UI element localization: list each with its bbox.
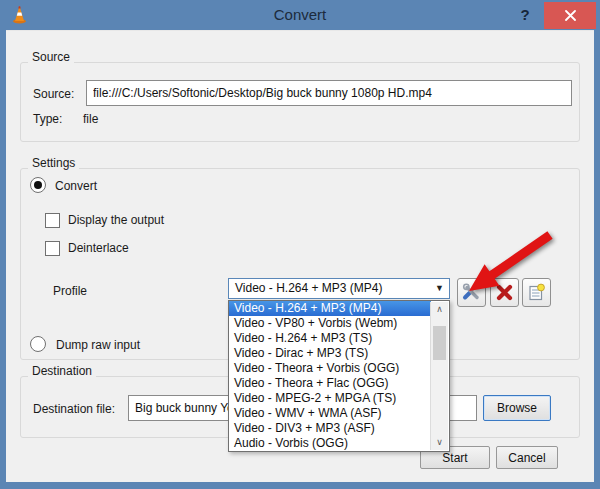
window-title: Convert	[0, 6, 600, 23]
convert-dialog-window: Convert ? Source Source: Type: file Sett…	[0, 0, 600, 489]
source-field-label: Source:	[33, 87, 74, 101]
wrench-screwdriver-icon	[462, 283, 481, 302]
profile-combobox[interactable]: Video - H.264 + MP3 (MP4) ▼	[228, 278, 450, 299]
titlebar[interactable]: Convert ?	[0, 0, 600, 30]
scrollbar-thumb[interactable]	[433, 326, 446, 360]
settings-group-label: Settings	[28, 156, 79, 170]
convert-radio[interactable]	[30, 177, 46, 193]
profile-combobox-value: Video - H.264 + MP3 (MP4)	[235, 279, 383, 298]
scroll-down-icon[interactable]: ∨	[431, 435, 448, 450]
convert-radio-label: Convert	[55, 179, 97, 193]
source-group-label: Source	[28, 50, 74, 64]
type-value: file	[83, 112, 98, 126]
chevron-down-icon: ▼	[435, 279, 444, 298]
profile-label: Profile	[53, 284, 87, 298]
cancel-button[interactable]: Cancel	[496, 446, 558, 469]
delete-profile-button[interactable]	[490, 278, 519, 307]
display-output-checkbox[interactable]	[45, 213, 60, 228]
profile-dropdown-list: Video - H.264 + MP3 (MP4) Video - VP80 +…	[228, 300, 450, 452]
source-input[interactable]	[86, 80, 572, 106]
profile-option[interactable]: Video - MPEG-2 + MPGA (TS)	[229, 391, 431, 406]
destination-field-label: Destination file:	[33, 402, 115, 416]
dump-raw-radio[interactable]	[30, 336, 46, 352]
profile-option[interactable]: Audio - Vorbis (OGG)	[229, 436, 431, 451]
new-profile-button[interactable]	[522, 278, 551, 307]
edit-profile-button[interactable]	[457, 278, 486, 307]
close-icon	[565, 10, 576, 21]
profile-option[interactable]: Video - DIV3 + MP3 (ASF)	[229, 421, 431, 436]
deinterlace-label: Deinterlace	[68, 241, 129, 255]
type-label: Type:	[33, 112, 62, 126]
deinterlace-checkbox[interactable]	[45, 241, 60, 256]
profile-option[interactable]: Video - VP80 + Vorbis (Webm)	[229, 316, 431, 331]
new-document-icon	[527, 283, 546, 302]
profile-option[interactable]: Video - H.264 + MP3 (MP4)	[229, 301, 431, 316]
dropdown-scrollbar[interactable]: ∧ ∨	[430, 302, 448, 450]
close-button[interactable]	[544, 2, 596, 29]
dump-raw-label: Dump raw input	[56, 338, 140, 352]
red-x-icon	[496, 284, 513, 301]
profile-option[interactable]: Video - Theora + Flac (OGG)	[229, 376, 431, 391]
scroll-up-icon[interactable]: ∧	[431, 302, 448, 317]
help-button[interactable]: ?	[514, 4, 536, 26]
profile-option[interactable]: Video - WMV + WMA (ASF)	[229, 406, 431, 421]
profile-option[interactable]: Video - Dirac + MP3 (TS)	[229, 346, 431, 361]
browse-button[interactable]: Browse	[483, 395, 551, 421]
profile-option[interactable]: Video - H.264 + MP3 (TS)	[229, 331, 431, 346]
display-output-label: Display the output	[68, 213, 164, 227]
profile-option[interactable]: Video - Theora + Vorbis (OGG)	[229, 361, 431, 376]
destination-group-label: Destination	[28, 364, 96, 378]
